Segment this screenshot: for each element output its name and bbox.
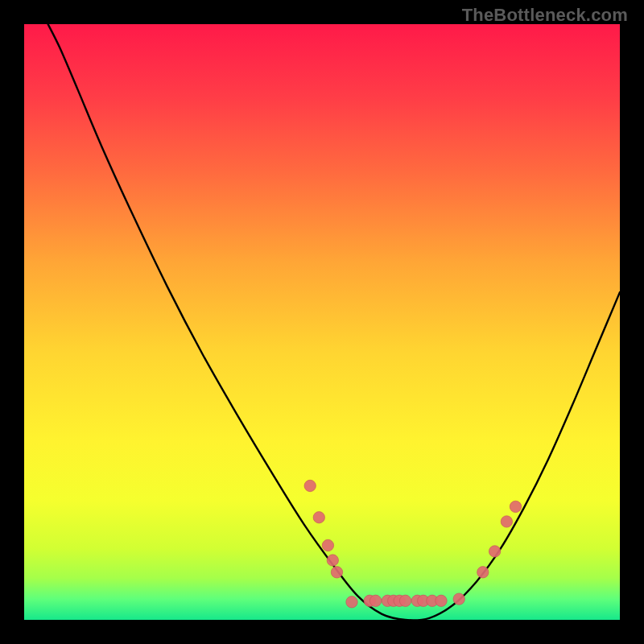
data-marker bbox=[346, 597, 357, 608]
data-marker bbox=[436, 595, 447, 606]
data-marker bbox=[331, 567, 342, 578]
gradient-background bbox=[24, 24, 620, 620]
bottleneck-chart bbox=[24, 24, 620, 620]
data-marker bbox=[369, 595, 381, 606]
data-marker bbox=[322, 539, 333, 551]
data-marker bbox=[477, 567, 489, 578]
data-marker bbox=[510, 501, 521, 512]
data-marker bbox=[489, 546, 500, 557]
data-marker bbox=[304, 480, 316, 491]
data-marker bbox=[399, 595, 411, 606]
data-marker bbox=[313, 512, 324, 523]
data-marker bbox=[453, 593, 464, 605]
data-marker bbox=[327, 555, 338, 566]
watermark-text: TheBottleneck.com bbox=[462, 5, 628, 26]
data-marker bbox=[501, 516, 512, 527]
chart-canvas bbox=[24, 24, 620, 620]
